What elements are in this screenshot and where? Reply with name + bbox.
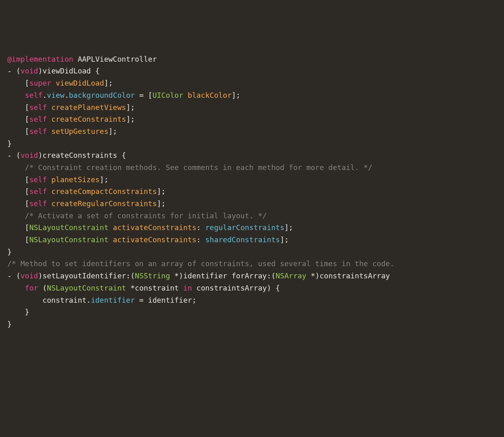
comment: /* Constraint creation methods. See comm… (25, 163, 372, 172)
code-line: [self planetSizes]; (7, 174, 497, 186)
text: - ( (7, 271, 21, 280)
text: constraint. (7, 296, 91, 304)
text (7, 91, 25, 99)
keyword-super: super (29, 79, 51, 87)
code-line: @implementation AAPLViewController (7, 53, 497, 65)
code-line: [NSLayoutConstraint activateConstraints:… (7, 222, 497, 234)
code-line: [self createRegularConstraints]; (7, 198, 497, 210)
text: ]; (126, 103, 135, 112)
keyword-self: self (29, 127, 47, 136)
text: *)constraintsArray (306, 271, 390, 280)
method-name: blackColor (187, 91, 231, 99)
code-line: [self createPlanetViews]; (7, 101, 497, 114)
code-line: } (7, 306, 497, 318)
property-name: view (47, 91, 65, 99)
text: ]; (284, 223, 293, 232)
text: *constraint (126, 284, 183, 292)
text: = [ (135, 91, 152, 99)
keyword-void: void (21, 151, 38, 159)
argument: sharedConstraints (205, 235, 280, 244)
keyword-self: self (29, 115, 47, 123)
code-line: } (7, 318, 497, 330)
class-name: NSLayoutConstraint (29, 235, 108, 244)
class-name: AAPLViewController (73, 55, 157, 63)
method-name: createCompactConstraints (51, 187, 157, 196)
text: [ (7, 223, 29, 232)
code-editor[interactable]: @implementation AAPLViewController- (voi… (7, 53, 497, 330)
code-line: [NSLayoutConstraint activateConstraints:… (7, 234, 497, 246)
property-name: backgroundColor (69, 91, 135, 99)
text: [ (7, 115, 29, 123)
code-line: [self setUpGestures]; (7, 125, 497, 138)
text: ]; (157, 199, 166, 208)
text: . (43, 91, 47, 99)
method-name: activateConstraints (113, 235, 196, 244)
text (47, 199, 52, 208)
text: ]; (108, 127, 117, 136)
text: *)identifier forArray:( (170, 271, 276, 280)
code-line: } (7, 246, 497, 258)
comment: /* Activate a set of constraints for ini… (25, 211, 267, 220)
method-name: viewDidLoad (56, 79, 104, 87)
text: } (7, 248, 12, 256)
text (51, 79, 56, 87)
code-line: [self createConstraints]; (7, 113, 497, 125)
code-line: /* Method to set identifiers on an array… (7, 258, 497, 270)
text: [ (7, 199, 29, 208)
keyword-implementation: @implementation (7, 55, 73, 63)
text: constraintsArray) { (192, 284, 280, 292)
keyword-void: void (21, 67, 38, 75)
text: ]; (157, 187, 166, 196)
text: )createConstraints { (38, 151, 126, 159)
keyword-self: self (25, 91, 42, 99)
method-name: activateConstraints (113, 223, 196, 232)
code-line: /* Constraint creation methods. See comm… (7, 161, 497, 174)
text: ]; (100, 175, 109, 184)
text (47, 175, 52, 184)
text: [ (7, 79, 29, 87)
text: } (7, 320, 12, 328)
method-name: createPlanetViews (51, 103, 126, 112)
code-line: - (void)viewDidLoad { (7, 65, 497, 77)
keyword-self: self (29, 199, 47, 208)
text (47, 103, 52, 112)
code-line: [super viewDidLoad]; (7, 77, 497, 89)
text: ]; (280, 235, 289, 244)
property-name: identifier (91, 296, 135, 304)
class-name: NSLayoutConstraint (47, 284, 126, 292)
text (47, 127, 52, 136)
code-line: - (void)setLayoutIdentifier:(NSString *)… (7, 270, 497, 282)
keyword-for: for (25, 284, 38, 292)
text: } (7, 308, 29, 316)
text: [ (7, 175, 29, 184)
text (7, 284, 25, 292)
text: . (65, 91, 69, 99)
text: - ( (7, 151, 21, 159)
text: )setLayoutIdentifier:( (38, 271, 135, 280)
text: ( (38, 284, 47, 292)
code-line: /* Activate a set of constraints for ini… (7, 210, 497, 222)
text: [ (7, 187, 29, 196)
code-line: self.view.backgroundColor = [UIColor bla… (7, 89, 497, 101)
text: : (196, 223, 205, 232)
text: } (7, 139, 12, 148)
method-name: planetSizes (51, 175, 99, 184)
method-name: createRegularConstraints (51, 199, 157, 208)
text (108, 235, 113, 244)
text: [ (7, 235, 29, 244)
text (47, 187, 52, 196)
keyword-in: in (183, 284, 192, 292)
method-name: setUpGestures (51, 127, 108, 136)
text: )viewDidLoad { (38, 67, 100, 75)
class-name: NSArray (276, 271, 306, 280)
class-name: NSString (135, 271, 170, 280)
text: : (196, 235, 205, 244)
text: ]; (232, 91, 241, 99)
code-line: for (NSLayoutConstraint *constraint in c… (7, 282, 497, 294)
text: [ (7, 103, 29, 112)
text (7, 163, 25, 172)
text: = identifier; (135, 296, 196, 304)
code-line: [self createCompactConstraints]; (7, 185, 497, 198)
keyword-void: void (21, 271, 38, 280)
keyword-self: self (29, 187, 47, 196)
